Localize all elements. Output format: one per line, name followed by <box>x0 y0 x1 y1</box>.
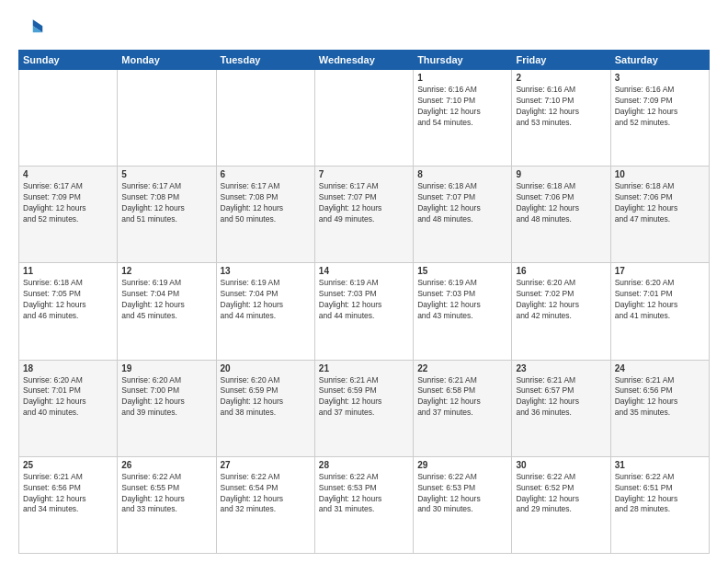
day-content: Sunrise: 6:21 AM Sunset: 6:57 PM Dayligh… <box>516 375 606 419</box>
calendar-cell: 29Sunrise: 6:22 AM Sunset: 6:53 PM Dayli… <box>414 456 512 553</box>
day-content: Sunrise: 6:18 AM Sunset: 7:06 PM Dayligh… <box>615 181 705 225</box>
day-content: Sunrise: 6:22 AM Sunset: 6:51 PM Dayligh… <box>615 472 705 516</box>
day-content: Sunrise: 6:22 AM Sunset: 6:52 PM Dayligh… <box>516 472 606 516</box>
calendar-cell: 25Sunrise: 6:21 AM Sunset: 6:56 PM Dayli… <box>19 456 118 553</box>
day-number: 9 <box>516 169 606 179</box>
day-number: 2 <box>516 73 606 83</box>
calendar-cell: 4Sunrise: 6:17 AM Sunset: 7:09 PM Daylig… <box>19 167 118 263</box>
calendar-cell: 3Sunrise: 6:16 AM Sunset: 7:09 PM Daylig… <box>610 70 709 167</box>
col-header-wednesday: Wednesday <box>314 51 413 70</box>
calendar-cell: 7Sunrise: 6:17 AM Sunset: 7:07 PM Daylig… <box>314 167 413 263</box>
day-content: Sunrise: 6:20 AM Sunset: 7:00 PM Dayligh… <box>121 375 211 419</box>
day-number: 6 <box>221 169 311 179</box>
day-content: Sunrise: 6:21 AM Sunset: 6:56 PM Dayligh… <box>615 375 705 419</box>
day-number: 30 <box>516 460 606 470</box>
header <box>18 15 710 40</box>
calendar-week-3: 11Sunrise: 6:18 AM Sunset: 7:05 PM Dayli… <box>19 263 710 360</box>
day-number: 26 <box>121 460 211 470</box>
day-content: Sunrise: 6:20 AM Sunset: 7:01 PM Dayligh… <box>23 375 113 419</box>
calendar-header-row: SundayMondayTuesdayWednesdayThursdayFrid… <box>19 51 710 70</box>
day-content: Sunrise: 6:21 AM Sunset: 6:56 PM Dayligh… <box>23 472 113 516</box>
calendar-cell <box>314 70 413 167</box>
day-number: 11 <box>23 266 113 276</box>
day-content: Sunrise: 6:18 AM Sunset: 7:05 PM Dayligh… <box>23 278 113 322</box>
day-content: Sunrise: 6:18 AM Sunset: 7:06 PM Dayligh… <box>516 181 606 225</box>
calendar-cell: 24Sunrise: 6:21 AM Sunset: 6:56 PM Dayli… <box>610 360 709 456</box>
logo-icon <box>18 15 44 40</box>
day-number: 20 <box>221 363 311 373</box>
day-number: 10 <box>615 169 705 179</box>
day-content: Sunrise: 6:20 AM Sunset: 6:59 PM Dayligh… <box>221 375 311 419</box>
day-content: Sunrise: 6:21 AM Sunset: 6:58 PM Dayligh… <box>417 375 507 419</box>
col-header-friday: Friday <box>512 51 610 70</box>
day-number: 24 <box>615 363 705 373</box>
col-header-monday: Monday <box>118 51 216 70</box>
day-number: 25 <box>23 460 113 470</box>
calendar-table: SundayMondayTuesdayWednesdayThursdayFrid… <box>18 50 710 554</box>
col-header-thursday: Thursday <box>414 51 512 70</box>
day-number: 4 <box>23 169 113 179</box>
day-number: 31 <box>615 460 705 470</box>
day-number: 18 <box>23 363 113 373</box>
calendar-cell: 16Sunrise: 6:20 AM Sunset: 7:02 PM Dayli… <box>512 263 610 360</box>
day-content: Sunrise: 6:21 AM Sunset: 6:59 PM Dayligh… <box>319 375 409 419</box>
calendar-cell: 26Sunrise: 6:22 AM Sunset: 6:55 PM Dayli… <box>118 456 216 553</box>
calendar-cell: 13Sunrise: 6:19 AM Sunset: 7:04 PM Dayli… <box>216 263 314 360</box>
day-content: Sunrise: 6:17 AM Sunset: 7:08 PM Dayligh… <box>121 181 211 225</box>
day-content: Sunrise: 6:16 AM Sunset: 7:10 PM Dayligh… <box>417 85 507 129</box>
day-content: Sunrise: 6:19 AM Sunset: 7:03 PM Dayligh… <box>319 278 409 322</box>
day-content: Sunrise: 6:22 AM Sunset: 6:54 PM Dayligh… <box>221 472 311 516</box>
calendar-cell: 30Sunrise: 6:22 AM Sunset: 6:52 PM Dayli… <box>512 456 610 553</box>
day-content: Sunrise: 6:22 AM Sunset: 6:53 PM Dayligh… <box>319 472 409 516</box>
day-content: Sunrise: 6:17 AM Sunset: 7:09 PM Dayligh… <box>23 181 113 225</box>
calendar-cell: 2Sunrise: 6:16 AM Sunset: 7:10 PM Daylig… <box>512 70 610 167</box>
calendar-cell: 21Sunrise: 6:21 AM Sunset: 6:59 PM Dayli… <box>314 360 413 456</box>
day-content: Sunrise: 6:20 AM Sunset: 7:02 PM Dayligh… <box>516 278 606 322</box>
day-number: 3 <box>615 73 705 83</box>
day-number: 8 <box>417 169 507 179</box>
day-number: 29 <box>417 460 507 470</box>
day-number: 21 <box>319 363 409 373</box>
day-number: 27 <box>221 460 311 470</box>
calendar-cell: 9Sunrise: 6:18 AM Sunset: 7:06 PM Daylig… <box>512 167 610 263</box>
day-content: Sunrise: 6:17 AM Sunset: 7:07 PM Dayligh… <box>319 181 409 225</box>
calendar-cell: 27Sunrise: 6:22 AM Sunset: 6:54 PM Dayli… <box>216 456 314 553</box>
day-number: 16 <box>516 266 606 276</box>
calendar-cell: 15Sunrise: 6:19 AM Sunset: 7:03 PM Dayli… <box>414 263 512 360</box>
calendar-cell: 5Sunrise: 6:17 AM Sunset: 7:08 PM Daylig… <box>118 167 216 263</box>
calendar-cell <box>118 70 216 167</box>
calendar-cell <box>19 70 118 167</box>
day-content: Sunrise: 6:22 AM Sunset: 6:55 PM Dayligh… <box>121 472 211 516</box>
calendar-week-4: 18Sunrise: 6:20 AM Sunset: 7:01 PM Dayli… <box>19 360 710 456</box>
day-content: Sunrise: 6:18 AM Sunset: 7:07 PM Dayligh… <box>417 181 507 225</box>
calendar-week-2: 4Sunrise: 6:17 AM Sunset: 7:09 PM Daylig… <box>19 167 710 263</box>
day-number: 28 <box>319 460 409 470</box>
day-content: Sunrise: 6:19 AM Sunset: 7:03 PM Dayligh… <box>417 278 507 322</box>
page: SundayMondayTuesdayWednesdayThursdayFrid… <box>0 0 728 563</box>
day-content: Sunrise: 6:17 AM Sunset: 7:08 PM Dayligh… <box>221 181 311 225</box>
day-content: Sunrise: 6:19 AM Sunset: 7:04 PM Dayligh… <box>121 278 211 322</box>
day-content: Sunrise: 6:16 AM Sunset: 7:10 PM Dayligh… <box>516 85 606 129</box>
logo <box>18 15 48 40</box>
day-number: 7 <box>319 169 409 179</box>
day-number: 22 <box>417 363 507 373</box>
day-number: 14 <box>319 266 409 276</box>
day-number: 17 <box>615 266 705 276</box>
day-number: 19 <box>121 363 211 373</box>
calendar-cell: 28Sunrise: 6:22 AM Sunset: 6:53 PM Dayli… <box>314 456 413 553</box>
calendar-cell: 18Sunrise: 6:20 AM Sunset: 7:01 PM Dayli… <box>19 360 118 456</box>
day-content: Sunrise: 6:20 AM Sunset: 7:01 PM Dayligh… <box>615 278 705 322</box>
calendar-cell: 14Sunrise: 6:19 AM Sunset: 7:03 PM Dayli… <box>314 263 413 360</box>
calendar-cell: 23Sunrise: 6:21 AM Sunset: 6:57 PM Dayli… <box>512 360 610 456</box>
col-header-saturday: Saturday <box>610 51 709 70</box>
calendar-cell <box>216 70 314 167</box>
calendar-cell: 11Sunrise: 6:18 AM Sunset: 7:05 PM Dayli… <box>19 263 118 360</box>
day-content: Sunrise: 6:22 AM Sunset: 6:53 PM Dayligh… <box>417 472 507 516</box>
calendar-week-5: 25Sunrise: 6:21 AM Sunset: 6:56 PM Dayli… <box>19 456 710 553</box>
day-number: 13 <box>221 266 311 276</box>
calendar-cell: 10Sunrise: 6:18 AM Sunset: 7:06 PM Dayli… <box>610 167 709 263</box>
calendar-cell: 22Sunrise: 6:21 AM Sunset: 6:58 PM Dayli… <box>414 360 512 456</box>
day-content: Sunrise: 6:19 AM Sunset: 7:04 PM Dayligh… <box>221 278 311 322</box>
col-header-sunday: Sunday <box>19 51 118 70</box>
calendar-cell: 12Sunrise: 6:19 AM Sunset: 7:04 PM Dayli… <box>118 263 216 360</box>
